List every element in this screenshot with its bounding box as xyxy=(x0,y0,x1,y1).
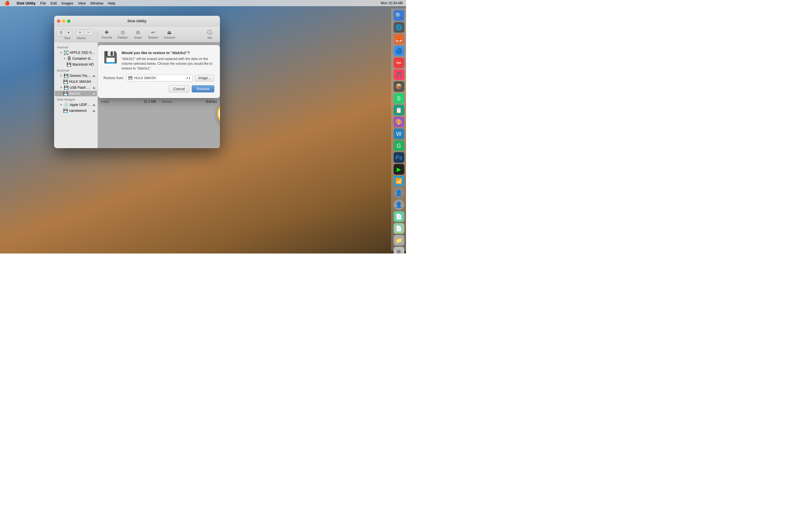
dock-icon-terminal[interactable]: ▶ xyxy=(394,164,404,175)
dialog-buttons: Cancel Restore xyxy=(103,86,214,93)
menubar-help[interactable]: Help xyxy=(105,0,117,6)
titlebar: Disk Utility xyxy=(54,16,220,26)
erase-button[interactable]: ⊘ Erase xyxy=(131,28,146,40)
dock-icon-g[interactable]: G xyxy=(394,140,404,151)
restore-from-value: HULK SMASH xyxy=(134,76,185,80)
container-icon: 🗄 xyxy=(67,56,71,61)
dock-icon-files2[interactable]: 📄 xyxy=(394,223,404,234)
dock-icon-10[interactable]: 🎨 xyxy=(394,117,404,127)
menubar-view[interactable]: View xyxy=(75,0,88,6)
sidebar-item-apple-ssd[interactable]: ▼ 💽 APPLE SSD SM0512F... xyxy=(55,50,97,55)
minimize-button[interactable] xyxy=(62,19,65,23)
view-toggle[interactable]: ☰ ▾ xyxy=(57,29,72,36)
restore-from-label: Restore from: xyxy=(103,76,124,80)
sidebar-item-container-disk1[interactable]: ▼ 🗄 Container disk1 xyxy=(55,56,97,61)
dock-icon-user1[interactable]: 👤 xyxy=(394,187,404,198)
dock-icon-user2[interactable]: 👤 xyxy=(394,200,404,210)
add-remove-group[interactable]: + − xyxy=(75,29,93,36)
dialog-body: "disk3s1" will be erased and replaced wi… xyxy=(121,57,214,71)
dock-icon-6[interactable]: 🎵 xyxy=(394,69,404,80)
dock-icon-finder[interactable]: 🔍 xyxy=(394,10,404,21)
sidebar-section-external: External xyxy=(54,68,98,73)
menubar: 🍎 Disk Utility File Edit Images View Win… xyxy=(0,0,406,6)
usb-drive-icon: 💾 xyxy=(64,73,68,78)
dock-icon-w[interactable]: W xyxy=(394,128,404,139)
sidebar-item-macintosh-hd[interactable]: 💾 Macintosh HD xyxy=(55,62,97,67)
volume-icon: 💾 xyxy=(66,62,71,67)
restore-label: Restore xyxy=(148,36,158,39)
main-content: Internal ▼ 💽 APPLE SSD SM0512F... ▼ 🗄 Co… xyxy=(54,42,220,148)
remove-button[interactable]: − xyxy=(84,30,93,35)
dock-icon-ps[interactable]: Ps xyxy=(394,152,404,163)
menubar-window[interactable]: Window xyxy=(88,0,105,6)
partition-button[interactable]: ⊙ Partition xyxy=(115,28,131,40)
erase-label: Erase xyxy=(134,36,142,39)
dialog-text: Would you like to restore to "disk3s1"? … xyxy=(121,51,214,71)
menubar-file[interactable]: File xyxy=(38,0,48,6)
restore-from-select[interactable]: 💾 HULK SMASH ⬆⬇ xyxy=(126,75,193,81)
menubar-time: Mon 10:34 AM xyxy=(380,1,404,5)
restore-from-row: Restore from: 💾 HULK SMASH ⬆⬇ Image... xyxy=(103,75,214,81)
eject-icon[interactable]: ⏏ xyxy=(93,74,95,78)
image-button[interactable]: Image... xyxy=(195,75,214,81)
toolbar: ☰ ▾ + − View Volume ✚ First Aid xyxy=(54,26,220,42)
info-button[interactable]: ⓘ Info xyxy=(202,28,217,41)
sidebar-item-label: Macintosh HD xyxy=(72,62,95,66)
maximize-button[interactable] xyxy=(67,19,70,23)
view-toggle-dropdown[interactable]: ▾ xyxy=(65,29,72,36)
dock-icon-files1[interactable]: 📄 xyxy=(394,211,404,222)
sidebar-item-label: Container disk1 xyxy=(72,57,95,61)
info-icon: ⓘ xyxy=(207,29,212,36)
partition-icon: ⊙ xyxy=(121,29,125,36)
sidebar-item-usb-flash[interactable]: ▼ 💾 USB Flash Memory... ⏏ xyxy=(55,85,97,91)
expand-icon: ▼ xyxy=(60,86,62,89)
apple-menu[interactable]: 🍎 xyxy=(2,0,12,6)
dock-icon-files3[interactable]: 📁 xyxy=(394,235,404,245)
dock-icon-trash[interactable]: 🗑 xyxy=(394,247,404,253)
restore-dialog: 💾 Would you like to restore to "disk3s1"… xyxy=(98,45,220,98)
sidebar-item-generic-flash[interactable]: ▼ 💾 Generic Flash Disk... ⏏ xyxy=(55,73,97,78)
dock-icon-8[interactable]: S xyxy=(394,93,404,104)
first-aid-label: First Aid xyxy=(102,36,112,39)
close-button[interactable] xyxy=(57,19,60,23)
view-label: View xyxy=(64,37,70,40)
sidebar-item-label: Generic Flash Disk... xyxy=(70,74,91,78)
menubar-edit[interactable]: Edit xyxy=(48,0,59,6)
sidebar-item-namebench[interactable]: 💾 namebench ⏏ xyxy=(55,108,97,114)
sidebar-item-label: namebench xyxy=(69,109,91,113)
dock-icon-9[interactable]: 📋 xyxy=(394,105,404,115)
dock-icon-4[interactable]: 🔵 xyxy=(394,46,404,56)
dock-icon-5[interactable]: ⛔ xyxy=(394,57,404,68)
dock: 🔍 🌐 🦊 🔵 ⛔ 🎵 📦 S 📋 🎨 W G Ps ▶ 📶 👤 👤 📄 📄 📁… xyxy=(391,8,406,251)
restore-button[interactable]: Restore xyxy=(192,86,214,93)
eject-icon[interactable]: ⏏ xyxy=(93,86,95,90)
dock-icon-wifi[interactable]: 📶 xyxy=(394,176,404,186)
menubar-app-name[interactable]: Disk Utility xyxy=(14,0,38,6)
sidebar-item-hulk-smash[interactable]: 💾 HULK SMASH xyxy=(55,79,97,84)
menubar-images[interactable]: Images xyxy=(59,0,76,6)
restore-icon: ↩ xyxy=(151,29,155,36)
partition-label: Partition xyxy=(117,36,128,39)
unmount-button[interactable]: ⏏ Unmount xyxy=(161,28,178,40)
usb-drive-icon: 💾 xyxy=(64,86,68,90)
add-button[interactable]: + xyxy=(76,30,84,35)
erase-icon: ⊘ xyxy=(136,29,140,36)
eject-icon[interactable]: ⏏ xyxy=(93,109,95,113)
sidebar-item-apple-udif[interactable]: ▼ 💿 Apple UDIF read-o... ⏏ xyxy=(55,102,97,108)
dock-icon-3[interactable]: 🦊 xyxy=(394,34,404,45)
expand-icon: ▼ xyxy=(60,51,62,54)
view-toggle-list[interactable]: ☰ xyxy=(57,29,65,36)
dock-icon-7[interactable]: 📦 xyxy=(394,81,404,92)
cancel-button[interactable]: Cancel xyxy=(168,86,190,93)
first-aid-button[interactable]: ✚ First Aid xyxy=(99,28,115,40)
restore-toolbar-button[interactable]: ↩ Restore xyxy=(146,28,161,40)
eject-icon[interactable]: ⏏ xyxy=(93,103,95,107)
volume-label: Volume xyxy=(77,37,86,40)
eject-icon[interactable]: ⏏ xyxy=(93,92,95,96)
dock-icon-2[interactable]: 🌐 xyxy=(394,22,404,33)
sidebar-section-internal: Internal xyxy=(54,45,98,50)
sidebar-item-label: USB Flash Memory... xyxy=(70,86,91,90)
sidebar-item-disk3s1[interactable]: 💾 disk3s1 ⏏ xyxy=(55,91,97,96)
sidebar-item-label: Apple UDIF read-o... xyxy=(70,103,91,107)
detail-panel: 15.52 GB Used 16.3 MB Fr xyxy=(98,42,220,148)
